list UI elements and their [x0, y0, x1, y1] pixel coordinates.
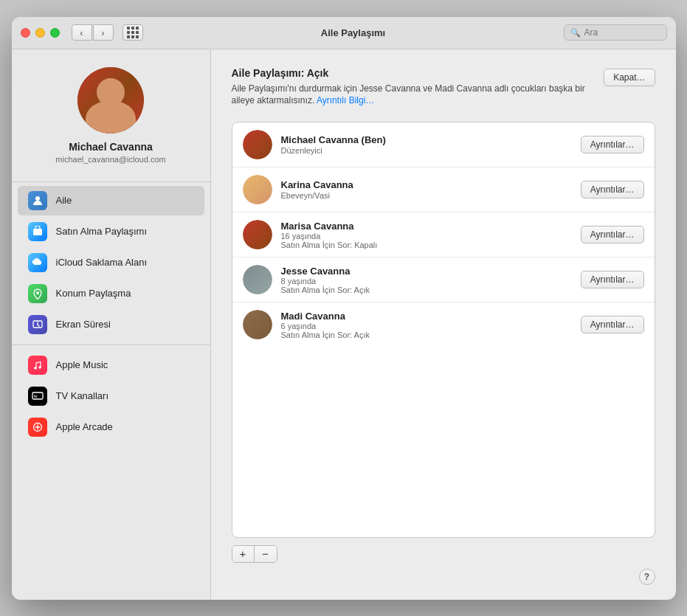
minimize-button[interactable]	[35, 28, 45, 38]
back-button[interactable]: ‹	[72, 24, 92, 41]
forward-button[interactable]: ›	[93, 24, 114, 41]
tv-svg: tv	[32, 390, 44, 402]
arcade-svg	[32, 421, 44, 433]
svg-text:tv: tv	[34, 394, 38, 398]
sidebar-label-ekran: Ekran Süresi	[56, 319, 111, 330]
remove-member-button[interactable]: −	[255, 546, 277, 562]
satin-svg	[32, 226, 44, 238]
member-name-2: Karina Cavanna	[281, 179, 572, 190]
main-content: Michael Cavanna michael_cavanna@icloud.c…	[12, 49, 676, 600]
help-section: ?	[232, 563, 655, 585]
sidebar-label-arcade: Apple Arcade	[56, 421, 113, 432]
ekran-icon	[28, 315, 47, 334]
avatar-bg-2	[243, 175, 272, 204]
aile-svg	[32, 195, 44, 207]
sidebar-item-aile[interactable]: Aile	[18, 186, 204, 215]
help-button[interactable]: ?	[639, 569, 655, 585]
svg-point-2	[36, 291, 39, 294]
icloud-svg	[32, 257, 44, 269]
main-window: ‹ › Aile Paylaşımı 🔍 Mi	[12, 17, 676, 600]
member-info-5: Madi Cavanna 6 yaşında Satın Alma İçin S…	[281, 311, 572, 339]
member-name-5: Madi Cavanna	[281, 311, 572, 322]
search-input[interactable]	[584, 27, 660, 38]
sidebar-item-ekran[interactable]: Ekran Süresi	[18, 310, 204, 339]
arcade-icon	[28, 418, 47, 437]
sidebar-item-icloud[interactable]: iCloud Saklama Alanı	[18, 248, 204, 277]
avatar-bg-4	[243, 265, 272, 294]
icloud-icon	[28, 253, 47, 272]
sidebar: Michael Cavanna michael_cavanna@icloud.c…	[12, 49, 211, 600]
konum-icon	[28, 284, 47, 303]
ayrinti-button-1[interactable]: Ayrıntılar…	[581, 136, 644, 153]
member-age-5: 6 yaşında	[281, 322, 572, 331]
sidebar-item-satin[interactable]: Satın Alma Paylaşımı	[18, 217, 204, 246]
member-row: Marisa Cavanna 16 yaşında Satın Alma İçi…	[232, 212, 655, 257]
profile-email: michael_cavanna@icloud.com	[55, 155, 165, 164]
member-age-4: 8 yaşında	[281, 277, 572, 285]
close-button[interactable]	[21, 28, 30, 38]
panel-link[interactable]: Ayrıntılı Bilgi…	[317, 95, 374, 105]
search-box[interactable]: 🔍	[564, 24, 667, 41]
member-info-3: Marisa Cavanna 16 yaşında Satın Alma İçi…	[281, 221, 572, 249]
avatar-bg-5	[243, 310, 272, 339]
ayrinti-button-3[interactable]: Ayrıntılar…	[581, 226, 644, 243]
maximize-button[interactable]	[50, 28, 60, 38]
member-row: Karina Cavanna Ebeveyn/Vasi Ayrıntılar…	[232, 167, 655, 212]
ekran-svg	[32, 319, 44, 331]
traffic-lights	[21, 28, 60, 38]
member-info-1: Michael Cavanna (Ben) Düzenleyici	[281, 134, 572, 155]
panel-header: Aile Paylaşımı: Açık Aile Paylaşımı'nı d…	[232, 67, 655, 108]
member-avatar-5	[243, 310, 272, 339]
kapat-button[interactable]: Kapat…	[604, 69, 655, 86]
sidebar-label-aile: Aile	[56, 195, 72, 206]
sidebar-label-icloud: iCloud Saklama Alanı	[56, 257, 148, 268]
member-purchase-3: Satın Alma İçin Sor: Kapalı	[281, 240, 572, 249]
music-icon	[28, 356, 47, 375]
right-panel: Aile Paylaşımı: Açık Aile Paylaşımı'nı d…	[211, 49, 676, 600]
panel-description-text: Aile Paylaşımı'nı durdurmak için Jesse C…	[232, 83, 585, 106]
sidebar-divider	[12, 181, 210, 182]
ayrinti-button-4[interactable]: Ayrıntılar…	[581, 271, 644, 288]
music-svg	[32, 359, 44, 371]
add-member-button[interactable]: +	[232, 546, 255, 562]
forward-icon: ›	[101, 27, 104, 38]
sidebar-item-music[interactable]: Apple Music	[18, 350, 204, 380]
member-purchase-4: Satın Alma İçin Sor: Açık	[281, 285, 572, 294]
member-role-1: Düzenleyici	[281, 146, 572, 155]
member-name-3: Marisa Cavanna	[281, 221, 572, 232]
window-title: Aile Paylaşımı	[149, 27, 558, 38]
ayrinti-button-5[interactable]: Ayrıntılar…	[581, 316, 644, 333]
back-icon: ‹	[80, 27, 83, 38]
avatar-bg-3	[243, 220, 272, 249]
sidebar-item-konum[interactable]: Konum Paylaşma	[18, 279, 204, 308]
member-avatar-4	[243, 265, 272, 294]
member-row: Jesse Cavanna 8 yaşında Satın Alma İçin …	[232, 257, 655, 302]
panel-title-section: Aile Paylaşımı: Açık Aile Paylaşımı'nı d…	[232, 67, 593, 108]
svg-point-5	[38, 366, 41, 369]
sidebar-label-music: Apple Music	[56, 359, 108, 370]
member-row: Madi Cavanna 6 yaşında Satın Alma İçin S…	[232, 302, 655, 347]
sidebar-item-arcade[interactable]: Apple Arcade	[18, 412, 204, 442]
grid-button[interactable]	[122, 24, 143, 41]
sidebar-label-satin: Satın Alma Paylaşımı	[56, 226, 148, 237]
satin-icon	[28, 222, 47, 241]
profile-section: Michael Cavanna michael_cavanna@icloud.c…	[12, 49, 210, 179]
member-name-1: Michael Cavanna (Ben)	[281, 134, 572, 145]
member-name-4: Jesse Cavanna	[281, 266, 572, 277]
member-purchase-5: Satın Alma İçin Sor: Açık	[281, 331, 572, 339]
tv-icon: tv	[28, 387, 47, 406]
member-role-2: Ebeveyn/Vasi	[281, 191, 572, 200]
member-avatar-3	[243, 220, 272, 249]
svg-rect-1	[33, 229, 42, 235]
aile-icon	[28, 191, 47, 210]
grid-icon	[127, 27, 139, 38]
konum-svg	[32, 288, 44, 300]
member-row: Michael Cavanna (Ben) Düzenleyici Ayrınt…	[232, 122, 655, 167]
panel-title: Aile Paylaşımı: Açık	[232, 67, 593, 79]
titlebar: ‹ › Aile Paylaşımı 🔍	[12, 17, 676, 49]
ayrinti-button-2[interactable]: Ayrıntılar…	[581, 181, 644, 198]
svg-point-4	[34, 367, 37, 370]
sidebar-item-tv[interactable]: tv TV Kanalları	[18, 381, 204, 411]
sidebar-label-tv: TV Kanalları	[56, 390, 109, 401]
members-box: Michael Cavanna (Ben) Düzenleyici Ayrınt…	[232, 122, 655, 537]
